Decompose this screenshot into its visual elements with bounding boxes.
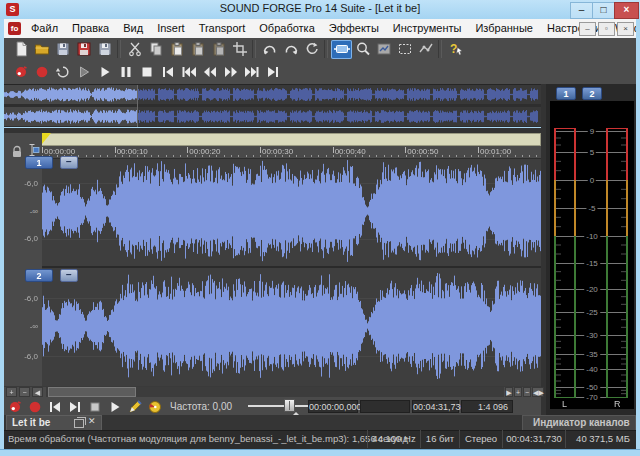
- menu-item-3[interactable]: Insert: [150, 19, 192, 38]
- hscroll-scroll-left-button[interactable]: ◀: [32, 387, 43, 397]
- waveform-display[interactable]: [42, 159, 541, 386]
- menu-item-4[interactable]: Transport: [192, 19, 253, 38]
- pause-icon: [116, 64, 136, 80]
- record-remote-button[interactable]: [10, 63, 31, 82]
- position-display[interactable]: 00:00:00,000: [308, 400, 358, 413]
- hscroll-scroll-right-button[interactable]: ▶: [505, 387, 513, 397]
- tab-close-icon[interactable]: ✕: [88, 416, 96, 426]
- play-all-button[interactable]: [73, 63, 94, 82]
- lock-icon[interactable]: [9, 144, 25, 160]
- hscroll-zoom-out-button[interactable]: −: [523, 387, 531, 397]
- ruler-label: 00:00:20: [189, 147, 220, 156]
- loop-playback-button[interactable]: [52, 63, 73, 82]
- magnify-tool-icon: [354, 40, 372, 58]
- event-tool-button[interactable]: [373, 40, 394, 59]
- record-button[interactable]: [31, 63, 52, 82]
- maximize-button[interactable]: □: [592, 2, 615, 19]
- mdi-restore-button[interactable]: ▫: [598, 22, 615, 36]
- paste-special-button[interactable]: [187, 40, 208, 59]
- ruler-major-tick: [115, 147, 116, 153]
- meter-channel-1-button[interactable]: 1: [556, 87, 576, 100]
- menu-item-0[interactable]: Файл: [24, 19, 65, 38]
- undo-button[interactable]: [259, 40, 280, 59]
- go-to-next-button[interactable]: [241, 63, 262, 82]
- menu-item-7[interactable]: Инструменты: [386, 19, 469, 38]
- go-to-end-icon: [263, 64, 283, 80]
- edit-tool-button[interactable]: [331, 40, 352, 59]
- menu-item-1[interactable]: Правка: [65, 19, 116, 38]
- minimize-button[interactable]: –: [570, 2, 593, 19]
- toolbar-separator: [117, 40, 121, 58]
- loop-start-marker[interactable]: [42, 133, 51, 144]
- mdi-close-button[interactable]: ×: [617, 22, 634, 36]
- stop-mini-button[interactable]: [86, 399, 104, 414]
- scrollbar-thumb[interactable]: [48, 387, 136, 397]
- event-tool-mini-button[interactable]: [146, 399, 164, 414]
- hscroll-zoom-out-button[interactable]: −: [19, 387, 30, 397]
- record-remote-mini-button[interactable]: [6, 399, 24, 414]
- undo-icon: [261, 40, 279, 58]
- pause-button[interactable]: [115, 63, 136, 82]
- title-bar[interactable]: S SOUND FORGE Pro 14 Suite - [Let it be]…: [0, 0, 640, 19]
- go-to-end-mini-button[interactable]: [66, 399, 84, 414]
- trim-crop-icon: [231, 40, 249, 58]
- meter-scale-label: -5: [586, 204, 597, 213]
- envelope-tool-button[interactable]: [415, 40, 436, 59]
- save-button[interactable]: [52, 40, 73, 59]
- redo-button[interactable]: [280, 40, 301, 59]
- menu-item-5[interactable]: Обработка: [252, 19, 321, 38]
- stop-button[interactable]: [136, 63, 157, 82]
- channel-1-collapse-button[interactable]: −: [60, 156, 78, 169]
- channel-1-button[interactable]: 1: [25, 156, 53, 169]
- hscroll-zoom-in-button[interactable]: +: [514, 387, 522, 397]
- meter-legend-l: L: [562, 399, 567, 409]
- menu-item-2[interactable]: Вид: [116, 19, 150, 38]
- selection-end-display[interactable]: [360, 400, 410, 413]
- copy-button[interactable]: [145, 40, 166, 59]
- toolbar-separator: [252, 40, 256, 58]
- open-file-button[interactable]: [31, 40, 52, 59]
- zoom-ratio-display[interactable]: 1:4 096: [461, 400, 513, 413]
- play-button[interactable]: [94, 63, 115, 82]
- whats-this-help-button[interactable]: ?: [445, 40, 466, 59]
- ruler-label: 00:00:40: [335, 147, 366, 156]
- go-to-end-button[interactable]: [262, 63, 283, 82]
- forward-button[interactable]: [220, 63, 241, 82]
- new-file-button[interactable]: [10, 40, 31, 59]
- play-mini-button[interactable]: [106, 399, 124, 414]
- waveform-overview[interactable]: [4, 85, 541, 127]
- cut-button[interactable]: [124, 40, 145, 59]
- close-button[interactable]: ×: [614, 2, 639, 19]
- repeat-button[interactable]: [301, 40, 322, 59]
- go-to-previous-button[interactable]: [178, 63, 199, 82]
- mdi-window-controls: –▫×: [579, 22, 634, 36]
- selection-tool-button[interactable]: [394, 40, 415, 59]
- db-label: -∞: [8, 207, 38, 216]
- paste-mix-button[interactable]: [208, 40, 229, 59]
- record-mini-button[interactable]: [26, 399, 44, 414]
- transport-toolbar: [4, 60, 636, 85]
- pencil-edit-mini-button[interactable]: [126, 399, 144, 414]
- go-to-start-mini-button[interactable]: [46, 399, 64, 414]
- channel-2-button[interactable]: 2: [25, 269, 53, 282]
- selection-length-display[interactable]: 00:04:31,730: [412, 400, 459, 413]
- mdi-minimize-button[interactable]: –: [579, 22, 596, 36]
- go-to-start-button[interactable]: [157, 63, 178, 82]
- paste-button[interactable]: [166, 40, 187, 59]
- tab-restore-icon[interactable]: [74, 419, 84, 428]
- trim-crop-button[interactable]: [229, 40, 250, 59]
- channel-2-collapse-button[interactable]: −: [60, 269, 78, 282]
- rewind-button[interactable]: [199, 63, 220, 82]
- magnify-tool-button[interactable]: [352, 40, 373, 59]
- save-as-button[interactable]: [73, 40, 94, 59]
- hscroll-zoom-in-button[interactable]: +: [6, 387, 17, 397]
- loop-region-bar[interactable]: [42, 133, 541, 146]
- channel-divider[interactable]: [42, 266, 541, 268]
- meters-panel-tab[interactable]: Индикатор каналов: [522, 415, 636, 430]
- hscroll-zoom-fit-button[interactable]: ◀▶: [532, 387, 544, 397]
- meter-channel-2-button[interactable]: 2: [582, 87, 602, 100]
- save-all-button[interactable]: [94, 40, 115, 59]
- menu-item-6[interactable]: Эффекты: [322, 19, 386, 38]
- document-icon[interactable]: fo: [8, 22, 21, 35]
- menu-item-8[interactable]: Избранные эффекты: [468, 19, 540, 38]
